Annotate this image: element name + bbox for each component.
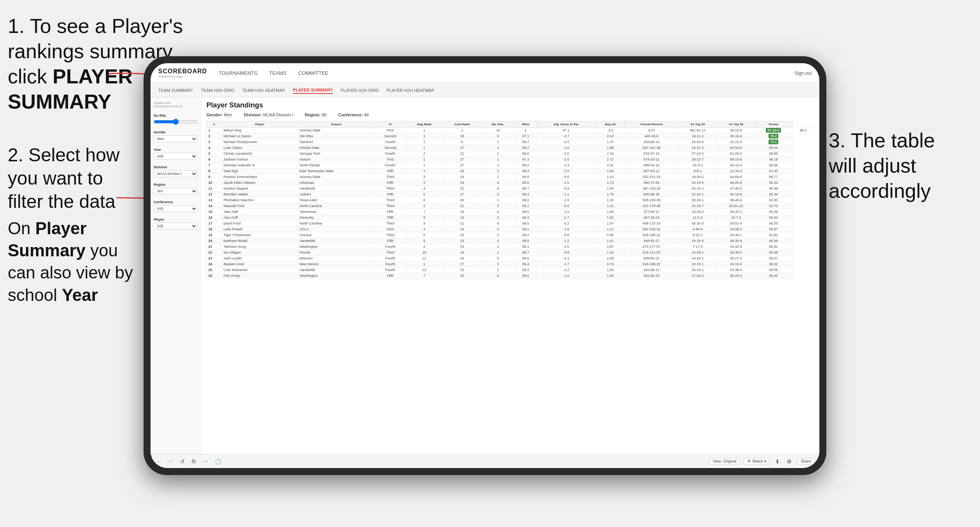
table-cell: 406-172-16 <box>625 221 678 226</box>
table-cell: 1.68 <box>596 256 625 261</box>
table-cell: Arizona State <box>298 128 375 133</box>
table-cell: 4 <box>207 145 222 151</box>
sub-nav-team-summary[interactable]: TEAM SUMMARY <box>158 87 193 93</box>
settings-btn[interactable]: ⚙ <box>785 458 793 465</box>
player-label: Player <box>154 218 197 221</box>
table-cell: Washington <box>298 244 375 250</box>
table-cell: 60.98 <box>754 238 793 244</box>
sub-nav-team-h2h-heatmap[interactable]: TEAM H2H HEATMAP <box>242 87 285 93</box>
clock-btn[interactable]: 🕐 <box>213 458 223 465</box>
table-cell: 6 <box>207 157 222 162</box>
nav-sign-out[interactable]: Sign out <box>795 71 812 76</box>
table-cell: 4 <box>406 221 442 226</box>
table-cell: 67.42 <box>754 168 793 174</box>
table-cell: 69.0 <box>514 174 537 180</box>
more-btn[interactable]: ⋯ <box>201 458 210 465</box>
division-select[interactable]: NCAA Division I <box>154 170 197 177</box>
table-cell: Brendan Valdes <box>222 192 298 197</box>
table-cell: 2 <box>481 232 514 238</box>
instruction-3-text: 3. The table will adjust accordingly <box>829 129 935 202</box>
conference-select[interactable]: (All) <box>154 205 197 212</box>
table-row: 14Maxwell FordNorth CarolinaThird322069.… <box>207 203 814 209</box>
no-rds-slider[interactable] <box>154 119 197 125</box>
copy-btn[interactable]: ⧉ <box>190 457 197 465</box>
table-cell: 1.56 <box>596 273 625 279</box>
watch-btn[interactable]: 👁 Watch ▾ <box>744 458 770 465</box>
table-cell: 26-27-2 <box>718 256 755 261</box>
top-nav: SCOREBOARD Powered by clippi TOURNAMENTS… <box>151 63 819 83</box>
table-cell: 69.1 <box>514 244 537 250</box>
table-cell: -0.9 <box>537 186 596 192</box>
table-cell: 67.3 <box>514 157 537 162</box>
table-cell: 0 <box>481 273 514 279</box>
table-cell: -0.8 <box>537 250 596 256</box>
player-select[interactable]: (All) <box>154 223 197 230</box>
nav-tournaments[interactable]: TOURNAMENTS <box>219 69 258 78</box>
sub-nav-player-h2h-grid[interactable]: PLAYER H2H GRID <box>341 87 379 93</box>
share-btn[interactable]: Share <box>797 458 815 465</box>
table-cell: 62.75 <box>754 203 793 209</box>
table-cell: 60.91 <box>754 244 793 250</box>
table-cell: 88.2 <box>793 128 814 133</box>
gender-label: Gender <box>154 130 197 134</box>
table-cell: 68.18 <box>754 157 793 162</box>
table-cell: Fifth <box>374 273 406 279</box>
table-cell: 1.65 <box>596 267 625 273</box>
nav-items: TOURNAMENTS TEAMS COMMITTEE <box>219 69 795 78</box>
gender-select[interactable]: Men <box>154 135 197 142</box>
table-cell: 2 <box>481 162 514 168</box>
sub-nav-player-summary[interactable]: PLAYER SUMMARY <box>293 87 333 94</box>
year-select[interactable]: (All) <box>154 153 197 160</box>
table-cell: 1.43 <box>596 250 625 256</box>
table-cell: 27 <box>443 145 482 151</box>
table-cell: 18-7-3 <box>718 215 755 221</box>
table-cell: 13 <box>207 197 222 203</box>
table-row: 22Ian GilliganFloridaThird1024168.7-0.81… <box>207 250 814 256</box>
table-cell: 18 <box>207 226 222 232</box>
table-cell: 1 <box>514 128 537 133</box>
table-cell: 440-26-6 <box>625 133 678 139</box>
table-cell: UCLA <box>298 226 375 232</box>
table-cell: -2.5 <box>537 168 596 174</box>
table-cell: Taehoon Song <box>222 244 298 250</box>
col-reg-rank: Reg Rank <box>406 121 442 128</box>
table-cell: 1 <box>406 157 442 162</box>
table-cell: 25-42-9 <box>718 244 755 250</box>
download-btn[interactable]: ⬇ <box>774 458 781 465</box>
refresh-btn[interactable]: ↺ <box>178 458 186 465</box>
table-cell: 473-177-57 <box>625 244 678 250</box>
table-cell: North Carolina <box>298 203 375 209</box>
table-cell: 26-23-1 <box>678 267 718 273</box>
table-cell: Nicholas Gabriele Jr <box>222 162 298 168</box>
view-original-btn[interactable]: View: Original <box>709 458 740 465</box>
region-label: Region <box>154 183 197 187</box>
table-cell: 78.2 <box>754 133 793 139</box>
logo-text: SCOREBOARD <box>158 68 207 75</box>
conference-group: Conference (All) <box>154 200 197 212</box>
table-cell: Jake Hall <box>222 209 298 215</box>
sub-nav-player-h2h-heatmap[interactable]: PLAYER H2H HEATMAP <box>386 87 434 93</box>
table-cell: 1 <box>406 168 442 174</box>
table-cell: 8 <box>443 139 482 145</box>
table-cell: 26-32-2 <box>718 209 755 215</box>
table-cell: 1.47 <box>596 139 625 145</box>
sub-nav-team-h2h-grid[interactable]: TEAM H2H GRID <box>201 87 234 93</box>
table-cell: Preston Summerhays <box>222 174 298 180</box>
table-cell: 1.93 <box>596 168 625 174</box>
table-cell: 19-39-2 <box>678 174 718 180</box>
table-cell: -3.2 <box>596 128 625 133</box>
table-cell: 8 <box>406 215 442 221</box>
nav-committee[interactable]: COMMITTEE <box>298 69 329 78</box>
table-cell: 24-45-1 <box>718 232 755 238</box>
redo-btn[interactable]: ↪ <box>167 458 175 465</box>
table-cell: 1 <box>406 145 442 151</box>
table-cell: Fifth <box>374 215 406 221</box>
table-row: 15Jake HallTennesseeFifth718068.5-1.51.6… <box>207 209 814 215</box>
table-cell: 60.35 <box>754 221 793 226</box>
region-select[interactable]: N/A <box>154 188 197 195</box>
undo-btn[interactable]: ↩ <box>155 458 163 465</box>
table-cell: 2 <box>406 139 442 145</box>
table-cell: 65.36 <box>754 192 793 197</box>
nav-teams[interactable]: TEAMS <box>269 69 287 78</box>
table-cell: -1.0 <box>537 197 596 203</box>
